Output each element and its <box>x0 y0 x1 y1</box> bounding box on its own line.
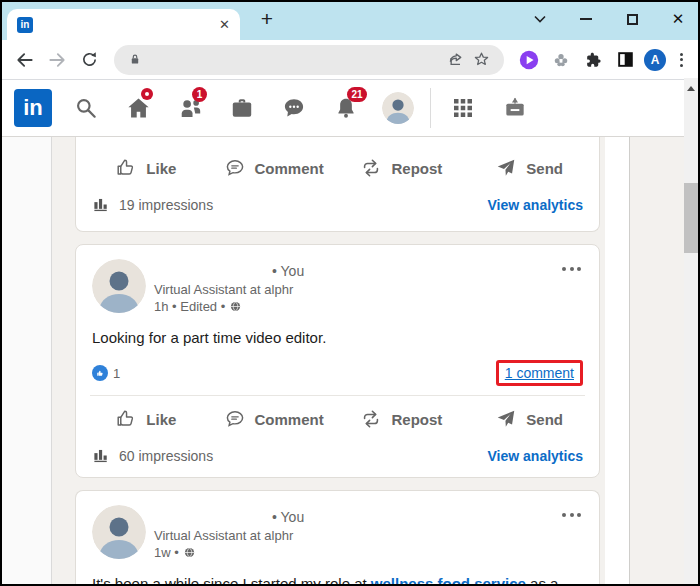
page-scrollbar[interactable] <box>684 78 698 584</box>
lock-icon <box>126 51 144 69</box>
home-badge <box>141 88 153 100</box>
extensions-puzzle-icon[interactable] <box>580 47 606 73</box>
send-label: Send <box>526 411 563 428</box>
bar-chart-icon <box>92 195 111 214</box>
send-label: Send <box>526 160 563 177</box>
post-body-text: It's been a while since I started my rol… <box>76 560 599 584</box>
repost-label: Repost <box>391 411 442 428</box>
back-icon[interactable] <box>12 47 38 73</box>
post-author-headline: Virtual Assistant at alphr <box>154 528 304 543</box>
repost-button[interactable]: Repost <box>338 157 466 179</box>
reactions[interactable]: 1 <box>92 365 120 381</box>
notifications-badge: 21 <box>347 87 367 102</box>
split-square-icon[interactable] <box>612 47 638 73</box>
me-avatar[interactable] <box>372 82 424 134</box>
reaction-count: 1 <box>113 366 120 381</box>
scrollbar-up-arrow-icon[interactable] <box>687 86 695 91</box>
globe-icon <box>183 546 196 559</box>
post-author-suffix: • You <box>272 509 304 525</box>
view-analytics-link[interactable]: View analytics <box>488 197 583 213</box>
search-icon[interactable] <box>60 82 112 134</box>
linkedin-navbar: in 1 21 <box>2 80 684 137</box>
bar-chart-icon <box>92 446 111 465</box>
post-actions: Like Comment Repost Send <box>76 396 599 442</box>
like-reaction-icon <box>92 365 108 381</box>
chevron-down-icon[interactable] <box>532 11 548 27</box>
linkedin-favicon: in <box>17 17 33 33</box>
highlight-box: 1 comment <box>496 360 583 386</box>
minimize-button[interactable] <box>578 11 594 27</box>
like-label: Like <box>146 160 176 177</box>
post-author-avatar[interactable] <box>92 505 146 559</box>
comment-label: Comment <box>255 411 324 428</box>
comment-button[interactable]: Comment <box>210 157 338 179</box>
tab-close-icon[interactable]: ✕ <box>217 17 232 32</box>
linkedin-logo[interactable]: in <box>14 89 52 127</box>
scrollbar-thumb[interactable] <box>684 183 698 253</box>
home-icon[interactable] <box>112 82 164 134</box>
browser-menu-icon[interactable] <box>672 47 690 73</box>
post-meta-text: 1h • Edited • <box>154 299 225 314</box>
repost-button[interactable]: Repost <box>338 408 466 430</box>
bookmark-star-icon[interactable] <box>468 47 494 73</box>
post-author-suffix: • You <box>272 263 304 279</box>
post-social-counts: 1 1 comment <box>76 358 599 395</box>
address-bar[interactable] <box>114 45 504 75</box>
extension-play-icon[interactable] <box>516 47 542 73</box>
post-actions: Like Comment Repost Send <box>76 145 599 191</box>
jobs-icon[interactable] <box>216 82 268 134</box>
comment-label: Comment <box>255 160 324 177</box>
post-menu-icon[interactable] <box>562 513 581 517</box>
browser-tab[interactable]: in ✕ <box>7 9 240 40</box>
comment-button[interactable]: Comment <box>210 408 338 430</box>
my-network-icon[interactable]: 1 <box>164 82 216 134</box>
post-author-avatar[interactable] <box>92 259 146 313</box>
feed-column: Like Comment Repost Send <box>75 137 600 584</box>
globe-icon <box>229 300 242 313</box>
post-header: • You Virtual Assistant at alphr 1h • Ed… <box>76 257 599 314</box>
nav-divider <box>430 88 431 128</box>
linkedin-feed-area: Like Comment Repost Send <box>2 137 684 584</box>
post-header: • You Virtual Assistant at alphr 1w • <box>76 503 599 560</box>
post-stats: 60 impressions View analytics <box>76 442 599 477</box>
advertise-icon[interactable] <box>489 82 541 134</box>
post-menu-icon[interactable] <box>562 267 581 271</box>
post-card-bottom: • You Virtual Assistant at alphr 1w • It… <box>75 490 600 584</box>
browser-toolbar: A <box>2 40 698 80</box>
company-link[interactable]: wellness food service <box>371 575 526 584</box>
view-analytics-link[interactable]: View analytics <box>488 448 583 464</box>
extension-gray-icon[interactable] <box>548 47 574 73</box>
like-button[interactable]: Like <box>82 157 210 179</box>
notifications-bell-icon[interactable]: 21 <box>320 82 372 134</box>
like-label: Like <box>146 411 176 428</box>
like-button[interactable]: Like <box>82 408 210 430</box>
impressions-text: 19 impressions <box>119 197 213 213</box>
post-body-before: It's been a while since I started my rol… <box>92 575 371 584</box>
browser-profile-avatar[interactable]: A <box>644 49 666 71</box>
close-button[interactable]: ✕ <box>670 11 686 27</box>
network-badge: 1 <box>192 87 207 102</box>
post-card-main: • You Virtual Assistant at alphr 1h • Ed… <box>75 244 600 478</box>
post-author-headline: Virtual Assistant at alphr <box>154 282 304 297</box>
post-body-text: Looking for a part time video editor. <box>76 314 599 358</box>
left-gutter <box>2 137 52 584</box>
browser-titlebar: in ✕ + ✕ <box>2 2 698 40</box>
send-button[interactable]: Send <box>465 157 593 179</box>
forward-icon[interactable] <box>44 47 70 73</box>
messaging-icon[interactable] <box>268 82 320 134</box>
for-business-grid-icon[interactable] <box>437 82 489 134</box>
send-button[interactable]: Send <box>465 408 593 430</box>
impressions-text: 60 impressions <box>119 448 213 464</box>
repost-label: Repost <box>391 160 442 177</box>
new-tab-button[interactable]: + <box>254 6 280 32</box>
browser-window: in ✕ + ✕ <box>0 0 700 586</box>
right-gutter <box>605 137 630 584</box>
post-stats: 19 impressions View analytics <box>76 191 599 226</box>
post-card-top: Like Comment Repost Send <box>75 137 600 232</box>
comments-count-link[interactable]: 1 comment <box>505 365 574 381</box>
window-controls: ✕ <box>532 4 686 34</box>
share-icon[interactable] <box>442 47 468 73</box>
reload-icon[interactable] <box>76 47 102 73</box>
post-meta-text: 1w • <box>154 545 179 560</box>
maximize-button[interactable] <box>624 11 640 27</box>
